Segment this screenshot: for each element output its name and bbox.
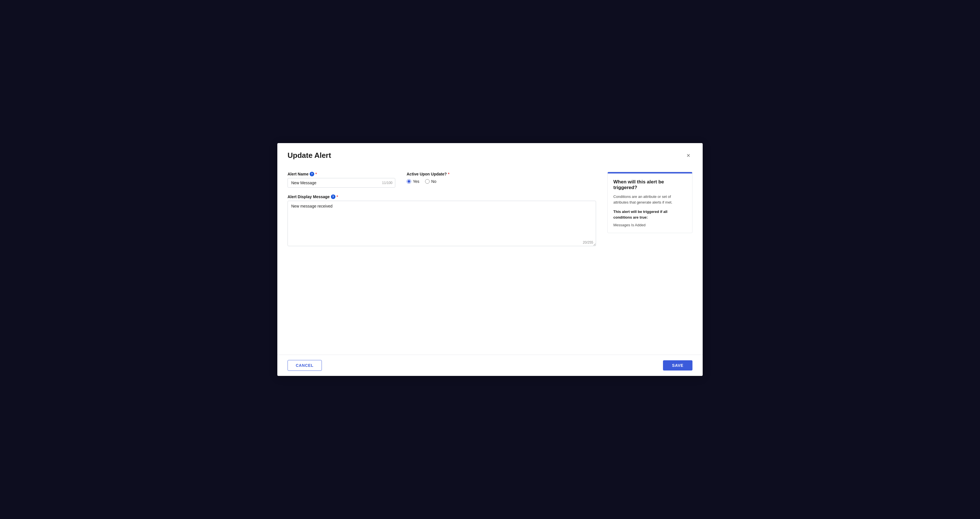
info-panel-description: Conditions are an attribute or set of at… (613, 194, 687, 205)
update-alert-modal: Update Alert × Alert Name ? * (277, 143, 703, 376)
modal-title: Update Alert (288, 151, 331, 160)
modal-footer: CANCEL SAVE (277, 355, 703, 376)
alert-name-label: Alert Name (288, 172, 309, 176)
main-form: Alert Name ? * 11/100 Active Upon Update… (288, 172, 596, 348)
active-label: Active Upon Update? (407, 172, 447, 176)
alert-message-textarea[interactable]: New message received (288, 201, 596, 246)
info-panel-title: When will this alert be triggered? (613, 179, 687, 190)
info-panel: When will this alert be triggered? Condi… (608, 172, 692, 233)
alert-message-group: Alert Display Message ? * New message re… (288, 195, 596, 247)
alert-message-label-row: Alert Display Message ? * (288, 195, 596, 199)
no-label: No (431, 179, 436, 184)
active-upon-update-group: Active Upon Update? * Yes No (407, 172, 449, 184)
alert-name-label-row: Alert Name ? * (288, 172, 395, 176)
yes-radio-label[interactable]: Yes (407, 179, 419, 184)
info-panel-condition: Messages Is Added (613, 223, 687, 227)
close-button[interactable]: × (684, 151, 692, 160)
modal-overlay: Update Alert × Alert Name ? * (0, 0, 980, 519)
alert-message-help-icon[interactable]: ? (331, 195, 336, 199)
alert-message-label: Alert Display Message (288, 195, 330, 199)
yes-radio[interactable] (407, 179, 411, 184)
alert-message-textarea-wrapper: New message received 20/255 (288, 201, 596, 247)
alert-name-input[interactable] (288, 178, 395, 188)
alert-message-required: * (337, 195, 338, 199)
alert-name-input-wrapper: 11/100 (288, 178, 395, 188)
info-panel-trigger-bold: This alert will be triggered if all cond… (613, 209, 668, 219)
alert-message-char-count: 20/255 (583, 241, 593, 244)
alert-name-help-icon[interactable]: ? (310, 172, 314, 176)
info-panel-trigger: This alert will be triggered if all cond… (613, 209, 687, 220)
cancel-button[interactable]: CANCEL (288, 360, 322, 371)
active-label-row: Active Upon Update? * (407, 172, 449, 176)
no-radio[interactable] (425, 179, 430, 184)
alert-name-group: Alert Name ? * 11/100 (288, 172, 395, 188)
active-required: * (448, 172, 449, 176)
alert-name-required: * (315, 172, 317, 176)
yes-label: Yes (413, 179, 419, 184)
info-panel-content: When will this alert be triggered? Condi… (608, 174, 692, 233)
active-radio-group: Yes No (407, 179, 449, 184)
form-row-top: Alert Name ? * 11/100 Active Upon Update… (288, 172, 596, 188)
no-radio-label[interactable]: No (425, 179, 436, 184)
modal-body: Alert Name ? * 11/100 Active Upon Update… (277, 165, 703, 355)
modal-header: Update Alert × (277, 143, 703, 165)
save-button[interactable]: SAVE (663, 360, 692, 370)
alert-name-char-count: 11/100 (382, 181, 393, 185)
